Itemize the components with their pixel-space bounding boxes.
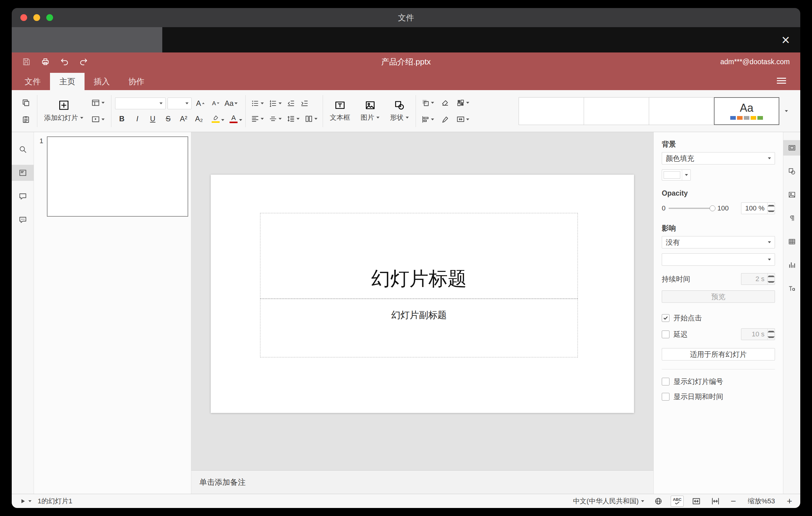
theme-thumbnail-selected[interactable]: Aa	[714, 97, 779, 125]
insert-shape-button[interactable]: 形状	[387, 99, 412, 123]
spinner-down-icon[interactable]	[767, 279, 775, 285]
shape-settings-tab[interactable]	[783, 164, 801, 179]
tab-insert[interactable]: 插入	[85, 73, 119, 90]
image-settings-tab[interactable]	[783, 187, 801, 202]
save-button[interactable]	[21, 56, 31, 67]
print-button[interactable]	[40, 56, 51, 67]
subscript-button[interactable]: A₂	[192, 112, 206, 125]
insert-textbox-button[interactable]: 文本框	[327, 99, 353, 123]
increase-indent-button[interactable]	[299, 97, 310, 110]
arrange-shapes-button[interactable]	[419, 96, 436, 110]
font-size-select[interactable]	[168, 97, 192, 109]
zoom-in-button[interactable]: +	[784, 496, 795, 507]
align-shapes-button[interactable]	[419, 112, 436, 126]
line-spacing-button[interactable]	[285, 112, 301, 125]
background-color-picker[interactable]	[662, 169, 691, 180]
table-settings-tab[interactable]	[783, 234, 801, 249]
slides-panel-button[interactable]	[12, 165, 34, 181]
minimize-traffic-light[interactable]	[33, 14, 40, 21]
increase-font-button[interactable]: A	[194, 97, 207, 110]
transition-variant-select[interactable]	[662, 253, 775, 266]
copy-button[interactable]	[19, 96, 33, 110]
textart-settings-tab[interactable]	[783, 281, 801, 296]
slide-size-button[interactable]	[455, 112, 471, 126]
start-on-click-checkbox[interactable]	[662, 314, 669, 322]
title-placeholder[interactable]: 幻灯片标题	[260, 213, 578, 299]
theme-gallery-expand-button[interactable]	[779, 97, 793, 125]
spinner-down-icon[interactable]	[767, 208, 775, 214]
chart-settings-tab[interactable]	[783, 257, 801, 273]
slide-canvas[interactable]: 幻灯片标题 幻灯片副标题	[211, 175, 634, 413]
opacity-slider[interactable]	[669, 208, 714, 209]
font-color-button[interactable]: A	[226, 112, 241, 125]
numbered-list-button[interactable]	[267, 97, 283, 110]
subtitle-placeholder[interactable]: 幻灯片副标题	[260, 299, 578, 357]
zoom-out-button[interactable]: −	[728, 496, 738, 507]
document-language-button[interactable]	[652, 496, 665, 506]
show-slide-number-checkbox[interactable]	[662, 378, 669, 385]
search-panel-button[interactable]	[12, 141, 34, 157]
spellcheck-button[interactable]: ABC	[671, 496, 684, 507]
preview-slideshow-button[interactable]	[88, 112, 107, 126]
highlight-color-button[interactable]	[208, 112, 224, 125]
superscript-button[interactable]: A²	[177, 112, 190, 125]
slide-thumbnail[interactable]	[47, 136, 188, 217]
tab-home[interactable]: 主页	[50, 73, 85, 90]
font-name-select[interactable]	[115, 97, 166, 109]
paragraph-settings-tab[interactable]	[783, 210, 801, 226]
horizontal-align-button[interactable]	[249, 112, 265, 125]
copy-style-button[interactable]	[439, 112, 451, 126]
theme-thumbnail-3[interactable]	[649, 97, 714, 125]
spinner-up-icon[interactable]	[767, 329, 775, 334]
color-scheme-button[interactable]	[455, 96, 471, 110]
close-button[interactable]: ×	[779, 31, 792, 48]
comments-panel-button[interactable]	[12, 188, 34, 204]
change-case-button[interactable]: Aa	[224, 97, 238, 110]
start-slideshow-button[interactable]	[17, 497, 33, 505]
decrease-font-button[interactable]: A	[209, 97, 223, 110]
slide-position-label: 1的幻灯片1	[38, 496, 72, 506]
fit-slide-button[interactable]	[690, 496, 703, 506]
add-slide-button[interactable]: 添加幻灯片	[41, 98, 86, 124]
strikethrough-button[interactable]: S	[161, 112, 175, 125]
spinner-up-icon[interactable]	[767, 274, 775, 279]
redo-button[interactable]	[78, 56, 89, 67]
delay-spinner[interactable]: 10 s	[741, 328, 775, 340]
vertical-align-button[interactable]	[267, 112, 283, 125]
close-traffic-light[interactable]	[20, 14, 27, 21]
slide-layout-button[interactable]	[88, 96, 107, 110]
show-date-time-checkbox[interactable]	[662, 393, 669, 401]
underline-button[interactable]: U	[146, 112, 160, 125]
spinner-up-icon[interactable]	[767, 203, 775, 208]
tab-file[interactable]: 文件	[16, 73, 50, 90]
transition-effect-select[interactable]: 没有	[662, 236, 775, 249]
zoom-traffic-light[interactable]	[46, 14, 53, 21]
notes-area[interactable]: 单击添加备注	[191, 470, 654, 494]
clear-style-button[interactable]	[439, 96, 451, 110]
bold-button[interactable]: B	[115, 112, 129, 125]
italic-button[interactable]: I	[130, 112, 144, 125]
spinner-down-icon[interactable]	[767, 334, 775, 340]
decrease-indent-button[interactable]	[285, 97, 297, 110]
opacity-spinner[interactable]: 100 %	[741, 202, 775, 214]
editor-canvas[interactable]: 幻灯片标题 幻灯片副标题	[191, 132, 654, 470]
opacity-slider-knob[interactable]	[709, 205, 716, 211]
preview-button[interactable]: 预览	[662, 290, 775, 303]
language-selector[interactable]: 中文(中华人民共和国)	[571, 496, 646, 506]
background-fill-select[interactable]: 颜色填充	[662, 152, 775, 165]
tab-collaboration[interactable]: 协作	[119, 73, 154, 90]
feedback-panel-button[interactable]	[12, 212, 34, 228]
theme-thumbnail-1[interactable]	[519, 97, 584, 125]
theme-thumbnail-2[interactable]	[584, 97, 649, 125]
delay-checkbox[interactable]	[662, 331, 669, 338]
bullet-list-button[interactable]	[249, 97, 265, 110]
apply-to-all-slides-button[interactable]: 适用于所有幻灯片	[662, 348, 775, 361]
fit-width-button[interactable]	[709, 496, 722, 506]
undo-button[interactable]	[59, 56, 70, 67]
duration-spinner[interactable]: 2 s	[741, 273, 775, 285]
hamburger-menu-button[interactable]	[775, 75, 788, 87]
paste-button[interactable]	[19, 112, 33, 126]
columns-button[interactable]	[303, 112, 319, 125]
slide-settings-tab[interactable]	[783, 140, 801, 155]
insert-image-button[interactable]: 图片	[357, 99, 382, 123]
